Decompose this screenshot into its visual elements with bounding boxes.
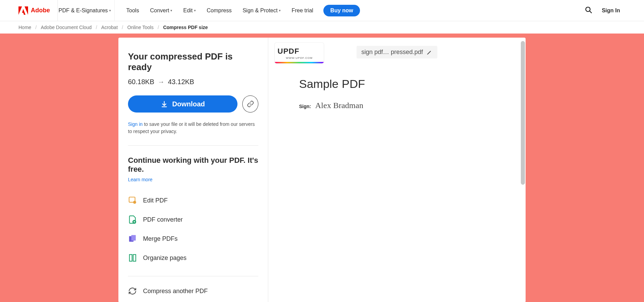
nav-edit[interactable]: Edit▾ [182, 5, 196, 16]
breadcrumb-sep: / [96, 25, 97, 30]
filename-text: sign pdf… pressed.pdf [361, 49, 423, 56]
nav-pdf-esignatures-label: PDF & E-Signatures [59, 8, 108, 14]
breadcrumb-sep: / [35, 25, 37, 30]
tool-merge-pdfs[interactable]: Merge PDFs [128, 234, 258, 243]
signin-note-text: to save your file or it will be deleted … [128, 121, 255, 134]
sign-label: Sign: [299, 104, 311, 109]
chevron-down-icon: ▾ [109, 9, 111, 12]
updf-brand: UPDF [278, 47, 321, 56]
download-row: Download [128, 95, 258, 113]
svg-point-6 [133, 201, 136, 204]
nav-divider [114, 0, 115, 21]
preview-scrollbar[interactable] [521, 41, 525, 185]
breadcrumb-sep: / [122, 25, 123, 30]
sign-name: Alex Bradman [315, 101, 363, 110]
svg-rect-9 [131, 235, 136, 240]
breadcrumb-home[interactable]: Home [18, 25, 31, 30]
document-title: Sample PDF [299, 77, 519, 91]
breadcrumb-online-tools[interactable]: Online Tools [127, 25, 154, 30]
breadcrumb: Home/ Adobe Document Cloud/ Acrobat/ Onl… [0, 21, 644, 34]
tool-edit-label: Edit PDF [143, 197, 168, 204]
nav-trial-label: Free trial [292, 8, 313, 14]
signin-note: Sign in to save your file or it will be … [128, 121, 258, 135]
arrow-right-icon: → [158, 78, 165, 86]
top-nav: Adobe PDF & E-Signatures ▾ Tools Convert… [0, 0, 644, 21]
nav-free-trial[interactable]: Free trial [291, 5, 314, 16]
nav-edit-label: Edit [183, 8, 193, 14]
tool-organize-pages[interactable]: Organize pages [128, 253, 258, 262]
adobe-logo-icon [18, 6, 28, 15]
refresh-icon [128, 287, 137, 296]
nav-convert[interactable]: Convert▾ [149, 5, 173, 16]
svg-marker-1 [25, 6, 28, 14]
size-before: 60.18KB [128, 78, 154, 86]
svg-marker-0 [18, 6, 22, 14]
result-heading: Your compressed PDF is ready [128, 51, 258, 73]
adobe-logo-block[interactable]: Adobe [0, 0, 58, 21]
updf-gradient-bar [275, 62, 324, 63]
svg-point-3 [585, 7, 590, 11]
nav-sign-protect[interactable]: Sign & Protect▾ [242, 5, 281, 16]
tool-compress-another[interactable]: Compress another PDF [128, 287, 258, 296]
nav-compress-label: Compress [207, 8, 232, 14]
chevron-down-icon: ▾ [170, 9, 172, 12]
pencil-icon [426, 49, 433, 55]
updf-url: WWW.UPDF.COM [278, 56, 321, 60]
download-label: Download [172, 100, 205, 108]
search-icon[interactable] [585, 6, 592, 15]
svg-rect-10 [129, 254, 132, 261]
divider [128, 276, 258, 276]
result-panel: Your compressed PDF is ready 60.18KB → 4… [118, 38, 268, 302]
breadcrumb-current: Compress PDF size [163, 25, 208, 30]
svg-marker-2 [22, 9, 25, 15]
nav-sign-label: Sign & Protect [243, 8, 278, 14]
tool-list: Edit PDF PDF converter Merge PDFs Organi… [128, 196, 258, 262]
nav-convert-label: Convert [150, 8, 169, 14]
organize-pages-icon [128, 253, 137, 262]
breadcrumb-acrobat[interactable]: Acrobat [101, 25, 118, 30]
updf-logo-box: UPDF WWW.UPDF.COM [274, 42, 324, 64]
chevron-down-icon: ▾ [194, 9, 196, 12]
size-compare: 60.18KB → 43.12KB [128, 78, 258, 86]
merge-pdfs-icon [128, 234, 137, 243]
preview-panel: UPDF WWW.UPDF.COM sign pdf… pressed.pdf … [268, 38, 526, 302]
tool-again-label: Compress another PDF [143, 288, 208, 295]
signin-inline-link[interactable]: Sign in [128, 121, 143, 127]
tool-merge-label: Merge PDFs [143, 235, 178, 242]
sign-row: Sign: Alex Bradman [299, 101, 519, 110]
adobe-wordmark: Adobe [31, 7, 50, 14]
download-button[interactable]: Download [128, 95, 237, 113]
edit-pdf-icon [128, 196, 137, 205]
buy-now-button[interactable]: Buy now [323, 5, 360, 16]
tool-pdf-converter[interactable]: PDF converter [128, 215, 258, 224]
breadcrumb-sep: / [158, 25, 159, 30]
continue-heading: Continue working with your PDF. It's fre… [128, 156, 258, 174]
filename-chip[interactable]: sign pdf… pressed.pdf [357, 46, 437, 58]
chevron-down-icon: ▾ [279, 9, 281, 12]
size-after: 43.12KB [168, 78, 194, 86]
tool-edit-pdf[interactable]: Edit PDF [128, 196, 258, 205]
nav-compress[interactable]: Compress [206, 5, 232, 16]
nav-tools-label: Tools [126, 8, 139, 14]
continue-pre: Continue working with your PDF. [128, 156, 248, 165]
breadcrumb-doc-cloud[interactable]: Adobe Document Cloud [41, 25, 92, 30]
nav-pdf-esignatures[interactable]: PDF & E-Signatures ▾ [58, 5, 112, 16]
tool-convert-label: PDF converter [143, 216, 183, 223]
learn-more-link[interactable]: Learn more [128, 177, 153, 182]
pdf-converter-icon [128, 215, 137, 224]
download-icon [160, 100, 168, 108]
nav-right: Sign In [585, 6, 644, 15]
stage: Your compressed PDF is ready 60.18KB → 4… [118, 38, 526, 302]
nav-tools[interactable]: Tools [126, 5, 140, 16]
stage-background: Your compressed PDF is ready 60.18KB → 4… [0, 34, 644, 302]
divider [128, 145, 258, 146]
sign-in-link[interactable]: Sign In [602, 8, 620, 14]
svg-rect-11 [133, 254, 136, 261]
link-icon [247, 100, 254, 108]
svg-line-4 [589, 11, 591, 13]
share-link-button[interactable] [242, 95, 258, 113]
tool-organize-label: Organize pages [143, 254, 186, 262]
nav-group: Tools Convert▾ Edit▾ Compress Sign & Pro… [117, 5, 360, 16]
